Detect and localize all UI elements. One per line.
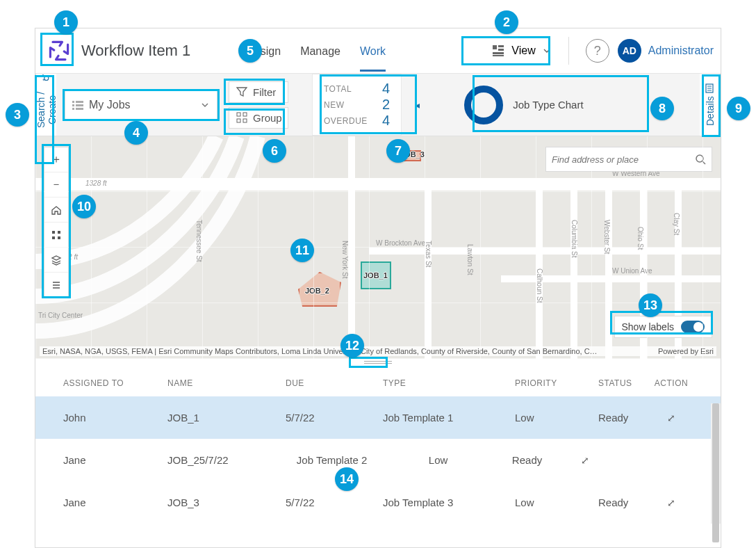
view-icon: [492, 45, 504, 57]
nav-manage[interactable]: Manage: [300, 30, 340, 72]
col-name[interactable]: NAME: [167, 378, 286, 388]
table-row[interactable]: Jane JOB_3 5/7/22 Job Template 3 Low Rea…: [35, 481, 721, 524]
header: Workflow Item 1 Design Manage Work View …: [35, 29, 721, 74]
table-header-row: ASSIGNED TO NAME DUE TYPE PRIORITY STATU…: [35, 366, 721, 396]
app-frame: Workflow Item 1 Design Manage Work View …: [35, 28, 721, 548]
expand-icon[interactable]: ⤢: [667, 412, 675, 424]
svg-rect-2: [498, 49, 504, 51]
map-attribution: Esri, NASA, NGA, USGS, FEMA | Esri Commu…: [40, 346, 716, 356]
legend-button[interactable]: [44, 273, 68, 298]
group-icon: [236, 112, 247, 123]
svg-line-6: [43, 74, 45, 76]
col-assigned[interactable]: ASSIGNED TO: [63, 378, 167, 388]
chevron-down-icon: [200, 100, 210, 110]
app-logo-icon[interactable]: [45, 37, 73, 65]
col-due[interactable]: DUE: [286, 378, 383, 388]
callout-1: 1: [54, 10, 78, 34]
jobs-filter-select[interactable]: My Jobs: [65, 90, 217, 120]
svg-rect-4: [493, 55, 504, 56]
search-create-panel-tab[interactable]: Search / Create: [35, 74, 56, 136]
svg-rect-12: [76, 104, 83, 106]
show-labels-toggle[interactable]: Show labels: [614, 316, 713, 338]
table-row[interactable]: Jane JOB_2 5/7/22 Job Template 2 Low Rea…: [35, 439, 721, 481]
col-action[interactable]: ACTION: [654, 378, 689, 388]
map-search[interactable]: [545, 147, 712, 172]
svg-rect-17: [237, 119, 240, 122]
svg-point-30: [696, 155, 703, 162]
svg-rect-15: [237, 113, 240, 116]
stats-overdue-label: OVERDUE: [324, 116, 372, 126]
callout-5: 5: [238, 39, 262, 63]
document-icon: [705, 83, 715, 93]
callout-8: 8: [650, 97, 674, 120]
stats-new-label: NEW: [324, 100, 372, 110]
search-icon: [695, 154, 706, 165]
search-plus-icon: [42, 74, 51, 81]
view-dropdown[interactable]: View: [484, 41, 558, 61]
callout-11: 11: [290, 239, 314, 262]
map-search-input[interactable]: [552, 154, 695, 165]
svg-rect-13: [72, 108, 74, 110]
table-scrollbar[interactable]: [711, 403, 721, 524]
callout-2: 2: [495, 10, 518, 34]
toggle-switch-icon: [681, 321, 705, 333]
stats-panel: TOTAL4 NEW2 OVERDUE4: [312, 74, 402, 136]
nav-work[interactable]: Work: [360, 30, 386, 72]
zoom-in-button[interactable]: ＋: [44, 147, 68, 172]
svg-rect-3: [493, 52, 504, 54]
callout-3: 3: [6, 103, 29, 127]
donut-chart-icon: [464, 86, 503, 124]
map[interactable]: W Western Ave W Brockton Ave W Union Ave…: [35, 136, 721, 359]
svg-rect-23: [52, 231, 55, 234]
stats-new-value: 2: [382, 97, 390, 113]
stats-overdue-value: 4: [382, 113, 390, 129]
filter-icon: [236, 86, 247, 97]
callout-9: 9: [727, 97, 750, 120]
callout-7: 7: [386, 139, 410, 163]
group-label: Group: [253, 112, 282, 124]
col-priority[interactable]: PRIORITY: [515, 378, 598, 388]
callout-10: 10: [72, 195, 96, 218]
layers-button[interactable]: [44, 248, 68, 273]
filter-button[interactable]: Filter: [229, 81, 288, 103]
home-extent-button[interactable]: [44, 198, 68, 223]
stats-total-value: 4: [382, 81, 390, 97]
svg-rect-24: [58, 231, 60, 234]
panel-splitter[interactable]: [35, 359, 721, 366]
search-create-label: Search / Create: [35, 84, 58, 136]
col-status[interactable]: STATUS: [598, 378, 654, 388]
svg-rect-11: [72, 104, 74, 106]
svg-rect-10: [76, 101, 83, 103]
zoom-out-button[interactable]: －: [44, 172, 68, 198]
callout-13: 13: [639, 293, 662, 317]
details-label: Details: [705, 96, 716, 126]
svg-rect-18: [243, 119, 247, 122]
details-panel-tab[interactable]: Details: [700, 74, 721, 136]
help-button[interactable]: ?: [586, 39, 609, 63]
svg-rect-26: [58, 236, 60, 239]
map-controls: ＋ －: [44, 147, 69, 298]
jobs-select-label: My Jobs: [89, 99, 131, 111]
collapse-stats-button[interactable]: ◂: [409, 74, 425, 136]
filter-label: Filter: [253, 86, 276, 98]
table-row[interactable]: John JOB_1 5/7/22 Job Template 1 Low Rea…: [35, 396, 721, 439]
callout-4: 4: [124, 121, 148, 145]
avatar[interactable]: AD: [618, 39, 641, 63]
svg-point-5: [44, 76, 49, 80]
svg-rect-0: [493, 45, 497, 49]
chart-label: Job Type Chart: [513, 99, 583, 111]
expand-icon[interactable]: ⤢: [581, 455, 589, 466]
group-button[interactable]: Group: [229, 107, 288, 129]
page-title: Workflow Item 1: [81, 42, 218, 60]
show-labels-label: Show labels: [622, 321, 675, 332]
expand-icon[interactable]: ⤢: [667, 497, 675, 508]
username-link[interactable]: Administrator: [648, 45, 714, 57]
jobs-table: ASSIGNED TO NAME DUE TYPE PRIORITY STATU…: [35, 366, 721, 524]
callout-12: 12: [340, 334, 364, 357]
job-type-chart[interactable]: Job Type Chart: [453, 74, 594, 136]
callout-14: 14: [335, 467, 359, 491]
basemap-button[interactable]: [44, 223, 68, 248]
col-type[interactable]: TYPE: [383, 378, 515, 388]
svg-rect-14: [76, 108, 83, 110]
svg-rect-25: [52, 236, 55, 239]
